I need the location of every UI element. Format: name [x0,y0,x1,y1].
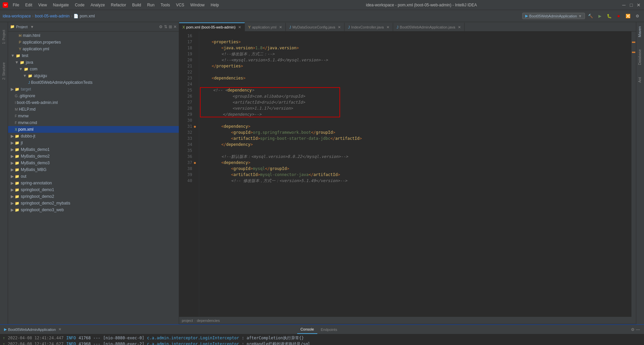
code-line-35 [202,148,629,154]
tree-item-mvnw[interactable]: F mvnw [8,113,179,119]
right-panel-maven[interactable]: Maven [636,23,644,40]
tree-item-java[interactable]: ▼ 📁 java [8,59,179,66]
tree-item-appyml[interactable]: Y application.yml [8,46,179,52]
menu-edit[interactable]: Edit [22,2,35,8]
tree-item-gitignore[interactable]: G .gitignore [8,93,179,99]
code-line-24 [202,81,629,87]
tree-item-appprops[interactable]: P application.properties [8,39,179,46]
code-line-19: <!--修改版本，方式二：--> [202,51,629,57]
tree-item-springann[interactable]: ▶ 📁 spring-annotation [8,180,179,186]
menu-tools[interactable]: Tools [158,2,173,8]
menu-vcs[interactable]: VCS [173,2,187,8]
project-sort-icon[interactable]: ⇅ [164,24,167,29]
tab-close-datasource[interactable]: ✕ [338,25,341,30]
close-button[interactable]: ✕ [636,2,641,8]
project-hide-icon[interactable]: ✕ [173,24,177,29]
tree-item-springbootdemo3web[interactable]: ▶ 📁 springboot_demo3_web [8,207,179,213]
run-panel-tabs: ▶ Boot05WebAdminApplication ✕ Console En… [0,325,644,334]
tree-item-test[interactable]: ▼ 📁 test [8,52,179,59]
project-panel: 📁 Project ▼ ⚙ ⇅ ⊞ ✕ H main.html P applic… [8,22,179,324]
run-tab-endpoints[interactable]: Endpoints [317,325,340,334]
tab-bootapp[interactable]: J Boot05WebAdminApplication.java ✕ [393,22,465,31]
bottom-panel: ▶ Boot05WebAdminApplication ✕ Console En… [0,324,644,345]
tab-pomxml[interactable]: X pom.xml (boot-05-web-admin) ✕ [179,22,245,31]
menu-window[interactable]: Window [187,2,207,8]
tree-item-mybatis3[interactable]: ▶ 📁 MyBatis_demo3 [8,160,179,166]
code-lines: <properties> <java.version>1.8</java.ver… [202,33,629,184]
tree-item-mybatis2[interactable]: ▶ 📁 MyBatis_demo2 [8,153,179,160]
tree-item-springbootdemo2[interactable]: ▶ 📁 springboot_demo2 [8,193,179,200]
menu-file[interactable]: File [10,2,22,8]
menu-code[interactable]: Code [72,2,87,8]
breadcrumb-project[interactable]: project [182,319,193,323]
menu-navigate[interactable]: Navigate [50,2,71,8]
maximize-button[interactable]: □ [629,2,634,8]
gutter-line-23: 23 [179,75,199,81]
tree-item-mvnwcmd[interactable]: F mvnw.cmd [8,119,179,126]
menu-analyze[interactable]: Analyze [88,2,108,8]
toolbar-git-btn[interactable]: 🔀 [624,12,632,20]
tree-item-mainhtml[interactable]: H main.html [8,32,179,39]
tree-item-mybatismbg[interactable]: ▶ 📁 MyBatis_MBG [8,166,179,173]
tree-item-atguigu[interactable]: ▼ 📁 atguigu [8,72,179,79]
code-line-29: </dependency>--> [202,111,629,117]
tree-item-apptests[interactable]: J Boot05WebAdminApplicationTests [8,79,179,86]
minimize-button[interactable]: ─ [621,2,627,8]
tree-item-dubbojt[interactable]: ▶ 📁 dubbo-jt [8,133,179,139]
breadcrumb-dependencies[interactable]: dependencies [197,319,220,323]
code-line-31: <dependency> [202,123,629,129]
tree-item-jt[interactable]: ▶ 📁 jt [8,139,179,146]
menu-refactor[interactable]: Refactor [108,2,129,8]
tab-datasource[interactable]: J MyDataSourceConfig.java ✕ [286,22,344,31]
breadcrumb-workspace[interactable]: idea-workspace [3,14,31,18]
tree-item-mybatis1[interactable]: ▶ 📁 MyBatis_demo1 [8,146,179,153]
left-sidebar-icons: 1: Project 2: Structure [0,22,8,324]
tree-item-springbootdemo2mybatis[interactable]: ▶ 📁 springboot_demo2_mybatis [8,200,179,207]
sidebar-tab-project[interactable]: 1: Project [1,23,7,50]
tab-close-bootapp[interactable]: ✕ [458,25,461,30]
breadcrumb-module[interactable]: boot-05-web-admin [35,14,69,18]
tree-item-out[interactable]: ▶ 📁 out [8,173,179,180]
code-inner: 16 17 18 19 [179,32,636,317]
menu-build[interactable]: Build [129,2,144,8]
menu-run[interactable]: Run [145,2,157,8]
toolbar-run-btn[interactable]: ▶ [596,12,604,20]
tree-item-target[interactable]: ▶ 📁 target [8,86,179,93]
tab-appyml[interactable]: Y application.yml ✕ [245,22,286,31]
tab-close-indexcontroller[interactable]: ✕ [386,25,389,30]
run-tab-console[interactable]: Console [297,325,317,334]
tab-close-pomxml[interactable]: ✕ [238,25,241,30]
toolbar-stop-btn[interactable]: ■ [614,12,623,20]
tree-item-iml[interactable]: I boot-05-web-admin.iml [8,99,179,106]
gutter-line-20: 20 [179,57,199,63]
tree-item-help[interactable]: M HELP.md [8,106,179,113]
project-gear-icon[interactable]: ⚙ [159,24,163,29]
console-content[interactable]: ↑ 2022-04-08 12:41:24.447 INFO 41768 ---… [0,334,644,345]
run-panel-hide-icon[interactable]: — [636,327,640,332]
right-panel-ant[interactable]: Ant [636,74,644,85]
gutter-line-35: 35 [179,148,199,154]
menu-view[interactable]: View [36,2,50,8]
project-expand-icon[interactable]: ⊞ [169,24,172,29]
code-content[interactable]: <properties> <java.version>1.8</java.ver… [199,32,631,317]
toolbar-settings-btn[interactable]: ⚙ [633,12,641,20]
run-settings-icon[interactable]: ⚙ [631,327,635,332]
tab-indexcontroller[interactable]: J IndexController.java ✕ [344,22,393,31]
breadcrumb-file[interactable]: 📄 pom.xml [73,14,95,18]
tree-item-pomxml[interactable]: X pom.xml [8,126,179,133]
tab-close-appyml[interactable]: ✕ [279,25,282,30]
tree-item-springbootdemo1[interactable]: ▶ 📁 springboot_demo1 [8,186,179,193]
right-panel-database[interactable]: Database [636,47,644,68]
toolbar-build-btn[interactable]: 🔨 [586,12,594,20]
sidebar-tab-structure[interactable]: 2: Structure [1,58,7,84]
tree-item-com[interactable]: ▼ 📁 com [8,66,179,72]
toolbar-debug-btn[interactable]: 🐛 [605,12,613,20]
menu-help[interactable]: Help [208,2,222,8]
code-line-26: <groupId>com.alibaba</groupId> [202,93,629,99]
run-panel-close[interactable]: ✕ [58,327,61,332]
editor-scrollbar[interactable] [631,32,636,317]
run-config[interactable]: ▶ Boot05WebAdminApplication ▼ [522,13,585,19]
code-line-36: <!--默认版本：<mysql.version>8.0.22</mysql.ve… [202,154,629,160]
code-line-32: <groupId>org.springframework.boot</group… [202,129,629,135]
red-box-wrapper: <!-- <dependency> <groupId>com.alibaba</… [202,87,629,117]
